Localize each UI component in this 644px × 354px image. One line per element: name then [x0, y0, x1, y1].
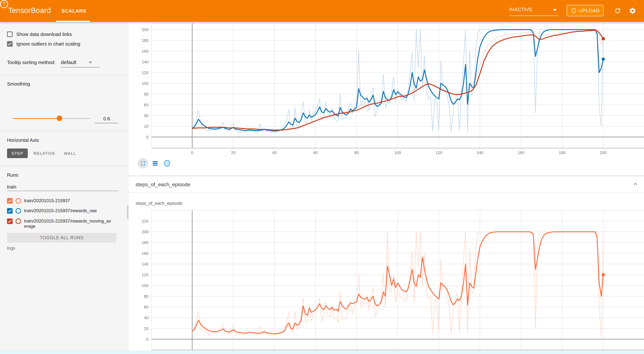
divider — [0, 75, 128, 75]
runs-filter-field — [7, 183, 118, 190]
section-header[interactable]: steps_of_each_episode — [128, 176, 644, 192]
logs-label: logs — [7, 246, 15, 251]
y-tick-label: 160 — [142, 49, 148, 54]
y-tick-label: 140 — [142, 60, 148, 64]
x-tick-label: 60 — [313, 150, 318, 155]
y-tick-label: 40 — [144, 316, 148, 320]
y-tick-label: 160 — [142, 251, 148, 256]
run-radio[interactable] — [16, 198, 21, 204]
horizontal-axis-label: Horizontal Axis — [7, 138, 39, 143]
scalar-chart-rewards[interactable]: 0204060801001201401601802000204060801001… — [128, 22, 644, 157]
ignore-outliers-label: Ignore outliers in chart scaling — [16, 41, 80, 47]
show-download-links-label: Show data download links — [16, 32, 72, 37]
tab-scalars[interactable]: SCALARS — [62, 8, 86, 14]
x-tick-label: 180 — [559, 150, 566, 155]
y-tick-label: 0 — [146, 337, 148, 342]
run-checkbox[interactable] — [7, 218, 12, 224]
x-tick-label: 40 — [272, 150, 277, 155]
settings-sidebar: Show data download links Ignore outliers… — [0, 22, 128, 351]
run-checkbox[interactable] — [7, 208, 12, 214]
smoothing-value-field — [95, 115, 118, 122]
runs-label: Runs — [7, 172, 18, 178]
axis-button-relative[interactable]: RELATIVE — [32, 148, 56, 158]
show-download-links-checkbox[interactable] — [7, 32, 12, 37]
y-tick-label: 20 — [144, 124, 148, 129]
gear-icon[interactable] — [629, 7, 636, 14]
run-row-1[interactable]: train/20201015-215937/rewards_raw — [7, 208, 97, 214]
tooltip-sorting-row: Tooltip sorting method: default — [7, 59, 92, 66]
tooltip-sorting-value: default — [61, 59, 76, 65]
ignore-outliers-row[interactable]: Ignore outliers in chart scaling — [7, 41, 80, 47]
chevron-down-icon — [88, 62, 92, 64]
check-icon — [8, 42, 12, 46]
check-icon — [8, 208, 12, 213]
upload-label: UPLOAD — [579, 8, 600, 13]
slider-thumb[interactable] — [57, 116, 62, 121]
run-label: train/20201015-215937/rewards_moving_ave… — [24, 218, 112, 229]
app-header: TensorBoard SCALARS INACTIVE UPLOAD ? — [0, 0, 644, 22]
bottom-strip — [0, 351, 644, 354]
y-tick-label: 120 — [142, 272, 148, 277]
ignore-outliers-checkbox[interactable] — [7, 41, 12, 47]
data-status-select[interactable]: INACTIVE — [509, 5, 558, 16]
help-icon[interactable]: ? — [0, 0, 8, 8]
smoothing-slider[interactable] — [13, 118, 90, 119]
tensorboard-app: TensorBoard SCALARS INACTIVE UPLOAD ? Sh… — [0, 0, 644, 354]
chevron-down-icon — [553, 9, 556, 11]
divider — [0, 166, 128, 166]
expand-chart-icon[interactable] — [140, 160, 146, 167]
run-checkbox[interactable] — [7, 198, 12, 204]
y-tick-label: 120 — [142, 70, 148, 75]
data-status-label: INACTIVE — [509, 5, 558, 12]
refresh-icon[interactable] — [614, 7, 622, 14]
y-tick-label: 100 — [142, 283, 148, 288]
run-row-0[interactable]: train/20201015-215937 — [7, 198, 70, 204]
smoothing-label: Smoothing — [7, 81, 30, 87]
run-radio[interactable] — [16, 218, 21, 224]
x-tick-label: 100 — [394, 150, 401, 155]
divider — [0, 131, 128, 131]
slider-fill — [13, 118, 59, 119]
fit-domain-icon[interactable] — [164, 160, 170, 167]
x-tick-label: 140 — [476, 150, 484, 155]
y-tick-label: 80 — [144, 92, 148, 96]
upload-button[interactable]: UPLOAD — [566, 5, 604, 16]
x-tick-label: 80 — [354, 150, 359, 155]
scalar-chart-steps[interactable]: 020406080100120140160180200220 — [128, 192, 644, 351]
y-tick-label: 220 — [142, 219, 148, 224]
smoothing-value-input[interactable] — [95, 116, 118, 122]
info-icon — [571, 8, 576, 14]
chevron-up-icon[interactable] — [632, 181, 639, 187]
show-download-links-row[interactable]: Show data download links — [7, 32, 72, 37]
x-tick-label: 160 — [518, 150, 524, 155]
x-tick-label: 0 — [191, 150, 193, 155]
axis-button-step[interactable]: STEP — [7, 148, 28, 158]
axis-button-wall[interactable]: WALL — [62, 148, 78, 158]
runs-filter-input[interactable] — [7, 184, 118, 190]
toggle-all-runs-button[interactable]: TOGGLE ALL RUNS — [7, 233, 116, 242]
y-tick-label: 100 — [142, 81, 148, 86]
series-end-dot — [602, 273, 605, 276]
sidebar-scrollbar[interactable] — [127, 205, 128, 219]
y-tick-label: 0 — [146, 135, 148, 140]
y-tick-label: 200 — [142, 230, 148, 234]
tab-active-underline — [56, 21, 90, 22]
y-tick-label: 140 — [142, 262, 148, 266]
tooltip-sorting-select[interactable]: default — [61, 59, 92, 66]
x-tick-label: 20 — [231, 150, 236, 155]
y-tick-label: 40 — [144, 113, 148, 118]
section-title: steps_of_each_episode — [136, 182, 190, 187]
run-radio[interactable] — [16, 208, 21, 214]
run-label: train/20201015-215937 — [24, 198, 70, 203]
log-scale-icon[interactable] — [152, 160, 158, 167]
y-tick-label: 180 — [142, 240, 148, 245]
tooltip-sorting-label: Tooltip sorting method: — [7, 60, 56, 65]
series-end-dot — [602, 58, 605, 61]
check-icon — [8, 198, 12, 203]
series-end-dot — [602, 37, 605, 40]
chart-toolbar — [128, 158, 180, 168]
y-tick-label: 180 — [142, 38, 148, 43]
run-row-2[interactable]: train/20201015-215937/rewards_moving_ave… — [7, 218, 112, 229]
y-tick-label: 20 — [144, 326, 148, 331]
y-tick-label: 60 — [144, 102, 148, 107]
